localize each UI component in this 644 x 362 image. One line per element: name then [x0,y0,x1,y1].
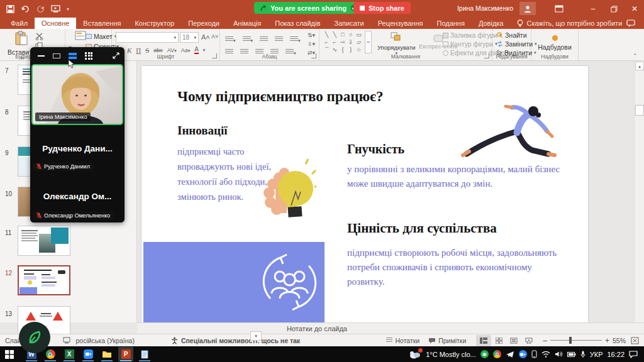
tell-me-box[interactable]: Скажіть, що потрібно зробити [510,18,629,29]
slide-thumbnail-12-current[interactable] [18,265,70,295]
taskbar-excel-icon[interactable]: X [62,347,77,361]
arrange-button[interactable]: Упорядкувати ▾ [377,31,416,56]
taskbar-zoom-icon[interactable] [80,347,96,361]
zoom-annotation-button[interactable] [19,322,50,353]
zoom-video-tile[interactable]: Ірина Максименко [31,64,123,125]
tab-slideshow[interactable]: Показ слайдів [268,18,327,29]
reading-view-button[interactable] [506,335,521,346]
cut-icon[interactable] [35,33,44,40]
slide-sorter-button[interactable] [491,335,506,346]
notes-toggle[interactable]: Нотатки [386,337,419,344]
fit-slide-icon[interactable] [631,337,639,344]
zoom-meeting-overlay[interactable]: Ірина Максименко Рудченко Дани... Рудчен… [30,47,125,222]
stop-share-button[interactable]: Stop share [353,2,411,14]
language-indicator[interactable]: російська (Україна) [75,337,134,344]
tab-record[interactable]: Записати [327,18,370,29]
tray-antivirus-icon[interactable]: ◉ [480,350,489,358]
tab-insert[interactable]: Вставлення [76,18,128,29]
undo-icon[interactable] [21,5,30,13]
display-settings-icon[interactable] [63,337,70,344]
close-button[interactable]: ✕ [625,0,644,18]
save-icon[interactable] [6,5,14,13]
tab-help[interactable]: Довідка [472,18,511,29]
zoom-gallery-view-icon[interactable] [85,52,92,60]
shapes-gallery[interactable]: ╲╲□○▭ ⌐⌐⇨⇩▱ ⌒∿{}☆ [323,31,363,53]
tab-file[interactable]: Файл [4,18,35,29]
tab-animations[interactable]: Анімація [226,18,268,29]
change-case-button[interactable]: Aa▾ [181,47,191,53]
start-presentation-icon[interactable] [51,5,60,13]
restore-button[interactable] [604,0,623,18]
align-text-icon[interactable]: ⇳▾ [308,41,315,47]
font-size-select[interactable]: 18▾ [180,32,199,43]
scroll-up-icon[interactable]: ▴ [635,62,644,70]
tab-design[interactable]: Конструктор [128,18,181,29]
tray-network-icon[interactable] [541,351,550,358]
clock[interactable]: 16:22 [607,351,625,358]
shapes-scroll-icon[interactable]: ≂ [365,31,372,53]
char-spacing-button[interactable]: AV▾ [167,47,177,53]
shrink-font-icon[interactable]: А˅ [211,33,218,40]
zoom-minimize-icon[interactable] [38,55,45,57]
weather-icon[interactable] [409,350,421,359]
normal-view-button[interactable] [476,335,491,346]
start-button[interactable] [2,347,17,361]
taskbar-powerpoint-icon-active[interactable]: P [118,347,133,361]
grow-font-icon[interactable]: А˄ [201,33,210,41]
decrease-indent-icon[interactable] [260,36,268,42]
accessibility-icon[interactable] [171,337,178,344]
zoom-speaker-view-icon[interactable] [53,53,60,58]
strikethrough-button[interactable]: S [145,47,149,54]
qat-more-icon[interactable]: ▾ [67,6,69,12]
font-name-select[interactable]: ▾ [116,32,179,43]
collapse-ribbon-icon[interactable]: ⌃ [633,53,638,59]
paragraph-dialog-launcher[interactable] [311,53,316,58]
addins-button[interactable]: Надбудови [531,32,578,51]
tab-transitions[interactable]: Переходи [181,18,226,29]
slide-thumbnail-11[interactable] [18,226,70,256]
avatar[interactable] [519,2,536,15]
clear-format-icon[interactable]: abc [153,47,163,53]
zoom-expand-icon[interactable] [113,52,119,59]
zoom-slider-thumb[interactable] [569,337,572,344]
ribbon-display-options-icon[interactable] [550,0,569,18]
taskbar-notepad-icon[interactable] [137,347,152,361]
tray-battery-icon[interactable] [567,351,576,358]
bullets-button[interactable]: ▾ [225,33,236,45]
font-dialog-launcher[interactable] [212,53,217,58]
slide-scrollbar[interactable]: ▴ [634,61,644,322]
comments-icon[interactable] [626,19,635,27]
comments-toggle[interactable]: Примітки [428,337,466,344]
text-direction-icon[interactable]: ⇅▾ [308,32,315,38]
action-center-icon[interactable] [629,351,638,358]
increase-indent-icon[interactable] [275,36,283,42]
shape-outline-button[interactable]: Контур фігури▾ [443,40,497,48]
tray-telegram-icon[interactable] [506,351,514,358]
accessibility-status[interactable]: Спеціальні можливості: щось не так [181,337,300,344]
notes-splitter-button[interactable]: ▾ [250,331,262,341]
tab-home[interactable]: Основне [35,18,76,29]
taskbar-explorer-icon[interactable] [99,347,114,361]
tab-review[interactable]: Рецензування [371,18,430,29]
find-button[interactable]: Знайти [497,31,527,39]
slideshow-view-button[interactable] [521,335,536,346]
tray-chrome-icon[interactable] [493,350,501,358]
zoom-out-button[interactable]: – [543,336,547,345]
zoom-participant-tile[interactable]: Рудченко Дани... Рудченко Даниил [30,125,125,174]
zoom-slider[interactable] [550,340,602,341]
zoom-strip-view-icon-active[interactable] [69,53,77,59]
slide-canvas[interactable]: Чому підприємництво працює? Інновації пі… [142,66,588,322]
numbering-button[interactable]: ▾ [243,33,253,45]
notes-pane[interactable]: Нотатки до слайда [137,322,644,334]
italic-button[interactable]: К [127,47,131,54]
tray-zoom-icon[interactable] [519,350,527,358]
zoom-percentage[interactable]: 55% [613,337,626,344]
keyboard-language[interactable]: УКР [590,351,603,358]
tray-phone-icon[interactable] [531,350,537,358]
tray-speaker-icon[interactable] [555,351,563,358]
weather-text[interactable]: 1°C Mostly clo... [426,351,476,358]
zoom-participant-tile[interactable]: Олександр Ом... Олександр Омельяненко [30,174,125,222]
line-spacing-button[interactable]: ▾ [290,33,301,45]
zoom-in-button[interactable]: + [605,336,609,345]
redo-icon[interactable] [36,5,45,13]
